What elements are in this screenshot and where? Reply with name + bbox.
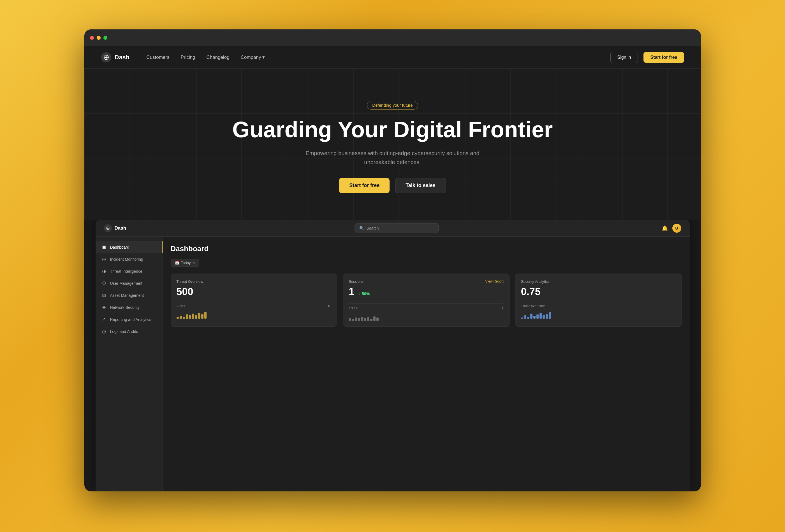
nav-links: Customers Pricing Changelog Company ▾ [146,54,610,60]
hero-talk-sales-button[interactable]: Talk to sales [395,178,446,193]
threat-overview-card: Threat Overview 500 Alerts 18 [171,273,337,327]
sidebar-label-incident: Incident Monitoring [110,257,143,262]
incident-icon: ◎ [101,257,107,262]
chart-bar [373,316,376,321]
browser-close-dot[interactable] [90,36,94,40]
dashboard-preview: Dash 🔍 Search 🔔 U [96,220,690,491]
sidebar-label-logs: Logs and Audits [110,329,138,334]
sessions-card-value: 1 [349,286,354,298]
sidebar-label-users: User Management [110,281,142,286]
network-icon: ◈ [101,304,107,310]
threat-card-title: Threat Overview [177,280,203,284]
browser-chrome [84,29,701,46]
threat-mini-chart [177,310,332,319]
nav-start-free-button[interactable]: Start for free [643,52,684,63]
sessions-card: Sessions View Report 1 ↓ 50% Traffic 1 [343,273,509,327]
main-content: Dashboard 📅 Today ✕ [163,237,690,491]
hero-subtitle: Empowering businesses with cutting-edge … [295,149,491,167]
sidebar-item-user-management[interactable]: ⚇ User Management [96,277,162,289]
card-header-security: Security Analytics [521,280,676,284]
dash-logo: Dash [104,224,126,232]
chart-bar [521,318,523,319]
avatar[interactable]: U [672,224,681,233]
nav-logo[interactable]: Dash [101,52,130,62]
dash-body: ▣ Dashboard ◎ Incident Monitoring ◑ Thre… [96,237,690,491]
chart-bar [198,313,200,319]
filter-close-icon[interactable]: ✕ [192,261,195,265]
sessions-change: ↓ 50% [359,291,370,296]
sidebar-item-threat-intelligence[interactable]: ◑ Threat Intelligence [96,265,162,277]
chart-bar [542,315,545,319]
hero-start-free-button[interactable]: Start for free [339,178,389,193]
nav-actions: Sign in Start for free [610,52,684,63]
chart-bar [364,318,366,321]
sessions-card-title: Sessions [349,280,363,284]
threat-icon: ◑ [101,268,107,274]
security-analytics-card: Security Analytics 0.75 Traffic over tim… [515,273,682,327]
sidebar-item-asset-management[interactable]: ▤ Asset Management [96,289,162,301]
users-icon: ⚇ [101,281,107,286]
sidebar-label-threat: Threat Intelligence [110,269,142,273]
sidebar-item-logs-audits[interactable]: ◷ Logs and Audits [96,325,162,338]
chart-bar [352,319,354,321]
notification-icon[interactable]: 🔔 [662,225,668,231]
chart-bar [177,317,179,319]
dash-topbar: Dash 🔍 Search 🔔 U [96,220,690,237]
sidebar-item-dashboard[interactable]: ▣ Dashboard [96,241,162,253]
search-icon: 🔍 [359,226,364,231]
chart-bar [367,317,370,321]
chart-bar [201,314,203,319]
nav-pricing[interactable]: Pricing [180,55,195,60]
alerts-value: 18 [328,304,331,308]
traffic-over-time-label: Traffic over time [521,304,545,308]
chart-bar [361,317,363,321]
chart-bar [355,318,357,321]
sidebar-label-dashboard: Dashboard [110,245,129,249]
sidebar-label-network: Network Security [110,305,140,310]
dash-logo-text: Dash [115,225,126,231]
sidebar-item-network-security[interactable]: ◈ Network Security [96,301,162,313]
filter-today-chip[interactable]: 📅 Today ✕ [171,259,200,267]
chart-bar [358,318,360,321]
logs-icon: ◷ [101,329,107,334]
sidebar-item-incident-monitoring[interactable]: ◎ Incident Monitoring [96,253,162,265]
asset-icon: ▤ [101,293,107,298]
chart-bar [536,314,539,319]
chart-bar [195,315,197,319]
hero-buttons: Start for free Talk to sales [339,178,446,193]
hero-badge: Defending your future [367,101,418,109]
security-mini-chart [521,310,676,319]
card-header-sessions: Sessions View Report [349,280,504,284]
navbar: Dash Customers Pricing Changelog Company… [84,46,701,69]
chart-bar [204,312,206,319]
dash-logo-icon [104,224,112,232]
browser-maximize-dot[interactable] [103,36,107,40]
chart-bar [539,313,542,319]
nav-changelog[interactable]: Changelog [206,55,229,60]
calendar-icon: 📅 [175,261,179,265]
nav-customers[interactable]: Customers [146,55,169,60]
signin-button[interactable]: Sign in [610,52,638,63]
chart-bar [376,318,379,321]
cards-grid: Threat Overview 500 Alerts 18 [171,273,682,327]
filter-bar: 📅 Today ✕ [171,259,682,267]
search-box[interactable]: 🔍 Search [355,223,438,233]
alerts-label: Alerts [177,304,185,308]
chevron-down-icon: ▾ [262,54,265,60]
view-report-link[interactable]: View Report [485,280,504,283]
logo-icon [101,52,111,62]
search-placeholder: Search [366,226,379,231]
dash-search: 🔍 Search [137,223,656,233]
chart-bar [189,315,191,319]
browser-minimize-dot[interactable] [97,36,101,40]
sidebar: ▣ Dashboard ◎ Incident Monitoring ◑ Thre… [96,237,163,491]
chart-bar [530,314,532,319]
sidebar-item-reporting-analytics[interactable]: ↗ Reporting and Analytics [96,313,162,325]
browser-frame: Dash Customers Pricing Changelog Company… [84,29,701,491]
page-title: Dashboard [171,244,682,253]
sidebar-label-reporting: Reporting and Analytics [110,317,151,322]
sessions-card-stat: Traffic 1 [349,303,504,310]
nav-company[interactable]: Company ▾ [241,54,265,60]
hero-title: Guarding Your Digital Frontier [232,117,553,142]
sessions-mini-chart [349,313,504,321]
